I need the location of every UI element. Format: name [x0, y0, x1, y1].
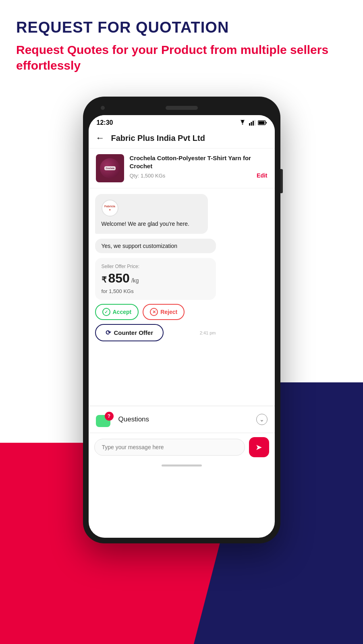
yarn-label: Crochela — [104, 166, 116, 170]
home-bar — [162, 464, 202, 466]
phone-notch — [89, 102, 275, 114]
action-buttons-row: ✓ Accept ✕ Reject — [95, 304, 216, 320]
app-header: ← Fabric Plus India Pvt Ltd — [89, 129, 275, 149]
accept-button[interactable]: ✓ Accept — [95, 304, 139, 320]
questions-icon: ? — [96, 412, 114, 427]
svg-rect-6 — [258, 122, 264, 124]
accept-label: Accept — [113, 309, 132, 315]
offer-price: 850 — [108, 271, 130, 286]
offer-price-row: ₹ 850 /kg — [102, 271, 210, 286]
svg-rect-1 — [251, 122, 252, 126]
message-input-bar: ➤ — [89, 433, 275, 461]
svg-rect-5 — [266, 122, 267, 124]
header-area: REQUEST FOR QUOTATION Request Quotes for… — [0, 0, 363, 81]
phone-device: 12:30 — [83, 97, 280, 543]
app-header-title: Fabric Plus India Pvt Ltd — [111, 134, 205, 143]
questions-section[interactable]: ? Questions ⌄ — [89, 406, 275, 433]
wifi-icon — [239, 120, 247, 126]
counter-icon: ⟳ — [106, 329, 111, 336]
message-input[interactable] — [94, 439, 245, 456]
phone-camera — [101, 106, 105, 110]
product-qty: Qty: 1,500 KGs — [130, 173, 166, 179]
back-button[interactable]: ← — [96, 133, 105, 143]
counter-offer-label: Counter Offer — [114, 329, 153, 336]
seller-logo: Fabricla● — [104, 205, 115, 211]
check-icon: ✓ — [102, 308, 110, 316]
rupee-symbol: ₹ — [102, 275, 107, 285]
customization-text: Yes, we support customization — [102, 243, 178, 249]
offer-label: Seller Offer Price: — [102, 264, 210, 269]
customization-bubble: Yes, we support customization — [95, 239, 216, 253]
product-name: Crochela Cotton-Polyester T-Shirt Yarn f… — [130, 154, 268, 170]
question-badge: ? — [105, 412, 114, 421]
product-image: Crochela — [96, 154, 124, 182]
offer-card: Seller Offer Price: ₹ 850 /kg for 1,500 … — [95, 258, 216, 300]
counter-offer-button[interactable]: ⟳ Counter Offer — [95, 324, 164, 341]
questions-left: ? Questions — [96, 412, 149, 427]
product-qty-row: Qty: 1,500 KGs Edit — [130, 172, 268, 179]
svg-rect-2 — [253, 121, 254, 126]
seller-avatar: Fabricla● — [102, 200, 118, 217]
questions-label: Questions — [118, 415, 149, 423]
phone-screen: 12:30 — [89, 115, 275, 538]
status-bar: 12:30 — [89, 115, 275, 129]
send-icon: ➤ — [255, 442, 262, 452]
chevron-down-icon[interactable]: ⌄ — [256, 414, 268, 425]
status-icons — [239, 120, 267, 126]
signal-icon — [249, 120, 255, 126]
offer-per-unit: /kg — [131, 277, 139, 284]
svg-rect-3 — [254, 120, 255, 126]
edit-button[interactable]: Edit — [257, 172, 267, 179]
counter-offer-row: ⟳ Counter Offer 2:41 pm — [95, 324, 216, 341]
phone-outer: 12:30 — [83, 97, 280, 543]
welcome-message: Welcome! We are glad you're here. — [102, 220, 201, 228]
seller-welcome-bubble: Fabricla● Welcome! We are glad you're he… — [95, 194, 208, 234]
main-title: REQUEST FOR QUOTATION — [16, 19, 347, 36]
phone-speaker — [166, 106, 198, 110]
svg-rect-0 — [249, 123, 250, 126]
message-timestamp: 2:41 pm — [200, 330, 216, 335]
status-time: 12:30 — [97, 119, 113, 126]
reject-label: Reject — [160, 309, 177, 315]
phone-side-button — [280, 169, 283, 193]
home-indicator — [89, 461, 275, 471]
chat-area: Fabricla● Welcome! We are glad you're he… — [89, 188, 275, 406]
product-card: Crochela Crochela Cotton-Polyester T-Shi… — [89, 149, 275, 188]
offer-quantity-text: for 1,500 KGs — [102, 288, 210, 294]
product-info: Crochela Cotton-Polyester T-Shirt Yarn f… — [130, 154, 268, 179]
yarn-ball: Crochela — [100, 158, 120, 178]
sub-title: Request Quotes for your Product from mul… — [16, 42, 347, 73]
reject-button[interactable]: ✕ Reject — [143, 304, 185, 320]
x-icon: ✕ — [150, 308, 158, 316]
send-button[interactable]: ➤ — [249, 437, 269, 457]
battery-icon — [258, 120, 267, 125]
